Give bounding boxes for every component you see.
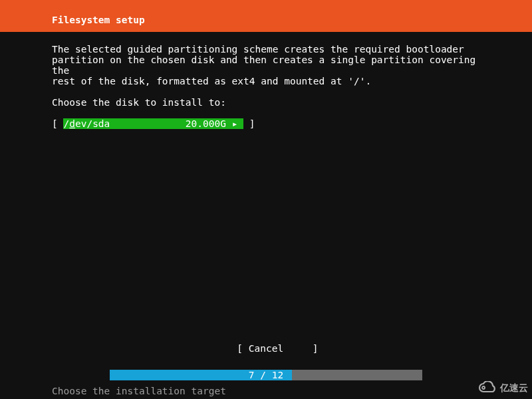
disk-option-sda[interactable]: [ /dev/sda 20.000G ▸ ] [52,118,255,129]
disk-path-rest: ev/sda [75,118,110,129]
bracket-open: [ [52,118,63,129]
disk-path-slash: / [63,118,69,129]
footer-hint: Choose the installation target [0,386,532,399]
progress-label: 7 / 12 [0,370,532,380]
cancel-button[interactable]: [ Cancel ] [237,343,318,354]
bracket-close: ] [243,118,255,129]
disk-hotkey-char: d [69,118,75,129]
description-text: The selected guided partitioning scheme … [52,44,480,86]
main-content: The selected guided partitioning scheme … [0,32,532,129]
footer: [ Cancel ] 7 / 12 Choose the installatio… [0,332,532,399]
page-title: Filesystem setup [52,15,145,25]
choose-disk-prompt: Choose the disk to install to: [52,97,480,108]
header-bar: Filesystem setup [0,0,532,32]
progress-bar: 7 / 12 [0,370,532,380]
disk-size: 20.000G [186,118,226,129]
